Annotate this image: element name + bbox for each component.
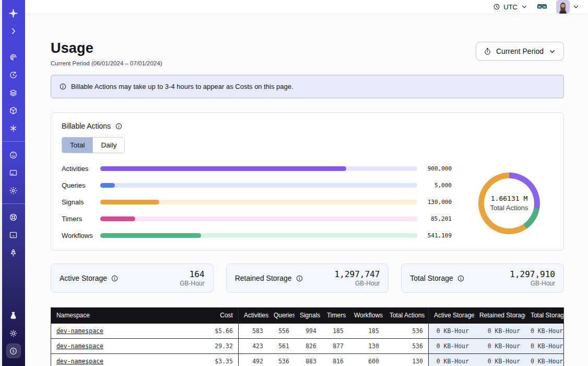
column-header-signals: Signals	[295, 307, 322, 323]
namespace-usage-table: NamespaceCostActivitiesQueriesSignalsTim…	[51, 307, 564, 366]
table-cell: 994	[295, 324, 322, 338]
bar-fill	[100, 166, 346, 171]
bar-fill	[100, 216, 135, 221]
sidebar-item-deployments-cube-icon[interactable]	[6, 103, 21, 118]
storage-card-label: Total Storage	[410, 274, 465, 282]
bar-track	[100, 183, 417, 188]
table-cell: 492	[238, 354, 268, 366]
table-cell: 826	[295, 339, 322, 353]
sidebar-item-billing-card-icon[interactable]	[6, 165, 21, 180]
table-cell: 536	[268, 354, 295, 366]
bar-label: Activities	[62, 165, 100, 173]
storage-card-label: Active Storage	[60, 274, 119, 282]
sidebar-divider	[2, 141, 25, 142]
table-row: dev-namespace$5.665835569941851855360 KB…	[51, 323, 563, 338]
chevron-down-icon	[548, 48, 556, 55]
sidebar-item-terminal-icon[interactable]	[6, 227, 21, 242]
namespace-link[interactable]: dev-namespace	[56, 342, 103, 350]
table-row: dev-namespace$3.354925368838166001300 KB…	[51, 353, 563, 366]
sidebar-item-settings-gear-icon[interactable]	[6, 183, 21, 198]
period-selector-label: Current Period	[496, 47, 544, 55]
column-header-namespace: Namespace	[51, 307, 170, 323]
table-cell: 0 KB-Hour	[525, 339, 563, 353]
info-banner-text: Billable Actions may take up to 3-4 hour…	[71, 83, 293, 90]
sidebar-item-expand-chevron-icon[interactable]	[6, 24, 21, 38]
table-cell: 130	[384, 354, 428, 366]
bar-value: 85,201	[417, 215, 452, 222]
table-cell: $3.35	[170, 354, 238, 366]
info-icon[interactable]	[111, 274, 119, 282]
table-header-row: NamespaceCostActivitiesQueriesSignalsTim…	[51, 307, 563, 323]
table-cell: 0 KB-Hour	[474, 324, 525, 338]
tab-daily[interactable]: Daily	[92, 138, 124, 153]
column-header-cost: Cost	[170, 307, 238, 323]
bar-label: Workflows	[62, 232, 100, 239]
bar-label: Signals	[62, 198, 100, 206]
total-actions-label: Total Actions	[490, 204, 528, 212]
namespace-cell[interactable]: dev-namespace	[51, 354, 170, 366]
namespace-cell[interactable]: dev-namespace	[51, 324, 170, 338]
page-content: Usage Current Period (06/01/2024 – 07/01…	[25, 14, 588, 366]
sidebar-item-getting-started-rocket-icon[interactable]	[6, 245, 21, 260]
dev-glasses-icon[interactable]	[536, 1, 548, 13]
donut-center: 1.66131 M Total Actions	[484, 178, 534, 228]
billable-actions-card: Billable Actions Total Daily Activities9…	[51, 112, 564, 250]
page-subtitle: Current Period (06/01/2024 – 07/01/2024)	[51, 60, 162, 66]
namespace-link[interactable]: dev-namespace	[56, 327, 103, 335]
table-cell: 883	[295, 354, 322, 366]
info-icon	[59, 83, 67, 90]
storage-card-value: 1,297,910	[510, 269, 555, 279]
table-cell: 0 KB-Hour	[474, 354, 525, 366]
sidebar-item-namespaces-layers-icon[interactable]	[6, 85, 21, 100]
table-cell: 185	[349, 324, 384, 338]
timezone-label: UTC	[503, 3, 518, 11]
sidebar-item-theme-sun-icon[interactable]	[6, 326, 21, 340]
table-cell: 423	[238, 339, 268, 353]
bar-track	[100, 166, 417, 171]
sidebar-item-labs-flask-icon[interactable]	[6, 308, 21, 323]
bar-row-timers: Timers85,201	[62, 215, 452, 223]
storage-card-retained-storage: Retained Storage1,297,747GB-Hour	[226, 264, 389, 293]
sidebar-item-support-lifebuoy-icon[interactable]	[6, 210, 21, 224]
sidebar-item-workflows-spiral-icon[interactable]	[6, 50, 21, 64]
sidebar-item-usage-meter-icon[interactable]	[6, 147, 21, 162]
column-header-total-actions: Total Actions	[384, 307, 428, 323]
period-selector-button[interactable]: Current Period	[476, 42, 564, 61]
column-header-activities: Activities	[238, 307, 268, 323]
table-cell: 130	[349, 339, 384, 353]
table-cell: 600	[349, 354, 384, 366]
namespace-link[interactable]: dev-namespace	[56, 358, 103, 365]
info-icon[interactable]	[296, 274, 303, 282]
namespace-cell[interactable]: dev-namespace	[51, 339, 170, 353]
sidebar-item-usage-billing-coin-icon[interactable]: $	[6, 344, 21, 358]
sidebar-divider	[2, 203, 25, 204]
info-icon[interactable]	[115, 122, 123, 130]
table-cell: 816	[322, 354, 349, 366]
account-menu[interactable]	[556, 0, 580, 14]
storage-card-active-storage: Active Storage164GB-Hour	[51, 264, 214, 293]
bar-row-signals: Signals130,000	[62, 198, 452, 206]
table-cell: 0 KB-Hour	[525, 324, 563, 338]
table-cell: $5.66	[170, 324, 238, 338]
tab-total[interactable]: Total	[62, 138, 93, 153]
table-cell: 561	[268, 339, 295, 353]
storage-card-total-storage: Total Storage1,297,910GB-Hour	[401, 264, 564, 293]
table-cell: 0 KB-Hour	[428, 339, 474, 353]
bar-label: Timers	[62, 215, 100, 223]
avatar[interactable]	[556, 0, 570, 14]
sidebar-item-schedules-clock-icon[interactable]	[6, 67, 21, 82]
table-body: dev-namespace$5.665835569941851855360 KB…	[51, 323, 563, 366]
bar-label: Queries	[62, 181, 100, 189]
timezone-picker[interactable]: UTC	[493, 3, 528, 11]
billable-view-tabs: Total Daily	[62, 137, 125, 153]
billable-actions-title: Billable Actions	[62, 122, 111, 130]
table-cell: 536	[384, 324, 428, 338]
info-icon[interactable]	[457, 274, 465, 282]
column-header-active-storage: Active Storage	[428, 307, 474, 323]
page-title: Usage	[51, 40, 162, 56]
column-header-retained-storage: Retained Storage	[474, 307, 525, 323]
total-actions-value: 1.66131 M	[491, 195, 527, 202]
sidebar-item-batch-operations-asterisk-icon[interactable]	[6, 121, 21, 135]
column-header-queries: Queries	[268, 307, 295, 323]
sidebar-item-temporal-logo-icon[interactable]	[6, 6, 21, 20]
